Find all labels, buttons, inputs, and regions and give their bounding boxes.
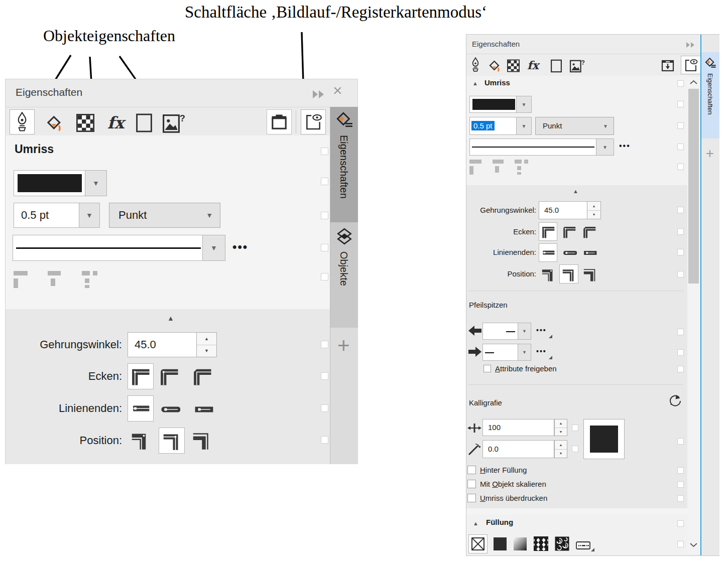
outline-width-value-selected[interactable]: 0.5 pt [471,121,495,130]
collapse-section-arrow[interactable]: ▲ [167,314,174,322]
outline-width-combobox[interactable]: 0.5 pt ▼ [14,203,100,228]
cap-square-button[interactable] [192,404,213,414]
sync-checkbox[interactable] [677,467,684,474]
sync-checkbox[interactable] [677,541,684,547]
end-arrowhead-dropdown[interactable]: ▼ [482,344,531,361]
collapse-docker-icon[interactable] [686,42,697,49]
corner-miter-button[interactable] [539,222,557,241]
transparency-tab-button[interactable] [507,59,520,72]
sync-checkbox[interactable] [321,273,328,280]
position-centered-button[interactable] [159,428,185,454]
cap-round-button[interactable] [562,249,577,256]
outline-width-value[interactable]: 0.5 pt [21,209,49,222]
tab-eigenschaften-active[interactable]: Eigenschaften [330,107,358,222]
chevron-down-icon[interactable]: ▼ [518,344,531,360]
cap-butt-button[interactable] [539,243,557,262]
cap-round-button[interactable] [159,404,180,414]
sync-checkbox[interactable] [677,520,684,527]
position-inside-button[interactable] [130,430,150,451]
image-adjust-tab-button[interactable]: ? [161,112,188,133]
cap-butt-button[interactable] [128,395,154,422]
sync-checkbox[interactable] [677,80,684,87]
fountain-fill-icon[interactable] [514,537,527,550]
chevron-down-icon[interactable]: ▼ [79,203,99,227]
line-style-more-button[interactable]: ••• [232,240,248,254]
add-tab-button[interactable]: + [337,334,350,358]
effects-tab-button[interactable]: fx [526,58,543,73]
stylus-angle-field[interactable]: 0.0 [482,440,554,458]
uniform-fill-icon[interactable] [494,537,507,550]
stylus-width-field[interactable]: 100 [482,419,554,436]
collapse-section-arrow[interactable]: ▲ [473,520,478,526]
outline-tab-button[interactable] [469,57,481,73]
outline-tab-button[interactable] [10,109,35,134]
stylus-angle-value[interactable]: 0.0 [488,445,499,453]
start-arrowhead-dropdown[interactable]: ▼ [482,323,531,340]
sync-checkbox[interactable] [677,329,684,335]
sync-checkbox[interactable] [677,207,684,213]
line-style-dropdown[interactable]: ▼ [469,138,614,156]
miter-angle-value[interactable]: 45.0 [544,206,559,214]
pattern-fill-icon[interactable] [534,536,548,551]
share-attributes-checkbox[interactable] [483,365,491,372]
sync-checkbox[interactable] [572,446,578,452]
sync-checkbox[interactable] [677,228,684,235]
overprint-outline-checkbox[interactable] [467,494,476,502]
scroll-content-button[interactable] [660,58,675,73]
spinner-down-icon[interactable]: ▼ [197,345,216,357]
spinner-down-icon[interactable]: ▼ [555,450,567,458]
effects-tab-button[interactable]: fx [106,111,129,133]
outline-unit-dropdown[interactable]: Punkt ▼ [109,203,220,228]
outline-unit-dropdown[interactable]: Punkt ▼ [535,117,614,135]
sync-checkbox[interactable] [677,164,684,170]
frame-tab-button[interactable] [550,59,563,73]
spinner-up-icon[interactable]: ▲ [555,419,567,428]
end-arrowhead-more-button[interactable]: ••• [536,347,547,355]
fill-tab-button[interactable] [488,59,502,73]
clip-mask-button[interactable] [267,109,292,134]
sync-checkbox[interactable] [677,101,684,107]
scroll-tab-mode-button[interactable] [681,56,701,74]
corner-round-button[interactable] [159,366,179,386]
corner-bevel-button[interactable] [582,224,597,239]
sync-checkbox[interactable] [321,404,328,412]
position-centered-button[interactable] [559,264,578,284]
outline-color-dropdown[interactable]: ▼ [469,96,532,113]
sync-checkbox[interactable] [677,495,684,502]
miter-angle-spinner[interactable]: ▲ ▼ [587,201,601,219]
reset-icon[interactable] [668,394,682,408]
miter-angle-field[interactable]: 45.0 [128,332,197,357]
transparency-tab-button[interactable] [76,113,95,132]
spinner-down-icon[interactable]: ▼ [555,428,567,436]
start-arrowhead-more-button[interactable]: ••• [536,326,547,334]
chevron-down-icon[interactable]: ▼ [202,235,225,260]
sync-checkbox[interactable] [677,349,684,356]
sync-checkbox[interactable] [321,436,328,444]
fill-none-button[interactable] [468,534,488,553]
spinner-down-icon[interactable]: ▼ [587,211,600,219]
chevron-down-icon[interactable]: ▼ [596,139,614,155]
vertical-scrollbar[interactable] [687,77,700,554]
scroll-tab-mode-button[interactable] [301,109,326,134]
sync-checkbox[interactable] [677,366,684,372]
scroll-up-icon[interactable] [690,80,697,85]
special-fill-icon[interactable] [576,541,591,550]
texture-fill-icon[interactable] [555,536,569,551]
position-inside-button[interactable] [541,266,556,282]
sync-checkbox[interactable] [321,244,328,251]
outline-width-combobox[interactable]: 0.5 pt ▼ [469,117,532,135]
scrollbar-thumb[interactable] [688,89,699,284]
sync-checkbox[interactable] [572,425,578,431]
stylus-angle-spinner[interactable]: ▲ ▼ [554,440,567,458]
behind-fill-checkbox[interactable] [467,466,476,474]
stylus-width-spinner[interactable]: ▲ ▼ [554,419,567,436]
sync-checkbox[interactable] [677,249,684,255]
sync-checkbox[interactable] [321,178,328,185]
sync-checkbox[interactable] [677,438,684,445]
stylus-width-value[interactable]: 100 [488,423,501,432]
collapse-section-arrow[interactable]: ▲ [573,188,578,194]
sync-checkbox[interactable] [677,271,684,277]
sync-checkbox[interactable] [321,148,328,155]
close-docker-icon[interactable]: × [333,81,342,100]
scale-with-object-checkbox[interactable] [467,480,476,488]
